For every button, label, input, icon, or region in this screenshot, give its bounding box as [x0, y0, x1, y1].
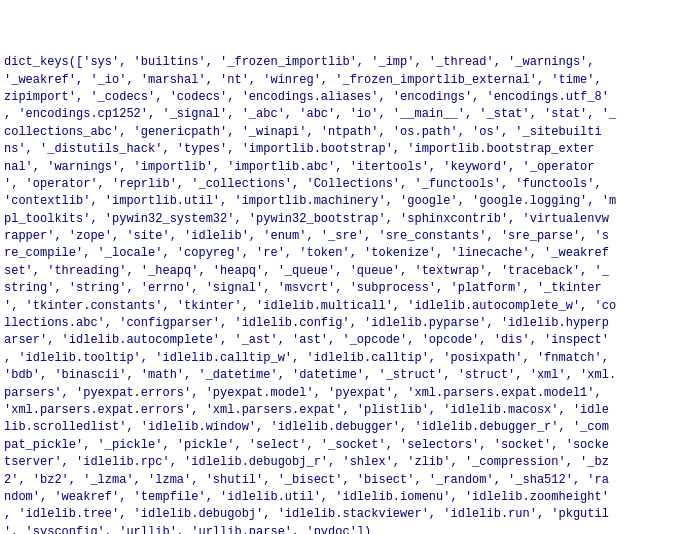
output-line-13: string', 'string', 'errno', 'signal', 'm… [4, 280, 692, 297]
output-line-15: llections.abc', 'configparser', 'idlelib… [4, 315, 692, 332]
output-line-11: re_compile', '_locale', 'copyreg', 're',… [4, 245, 692, 262]
output-line-17: , 'idlelib.tooltip', 'idlelib.calltip_w'… [4, 350, 692, 367]
output-line-20: 'xml.parsers.expat.errors', 'xml.parsers… [4, 402, 692, 419]
output-line-26: , 'idlelib.tree', 'idlelib.debugobj', 'i… [4, 506, 692, 523]
output-line-16: arser', 'idlelib.autocomplete', '_ast', … [4, 332, 692, 349]
output-line-2: zipimport', '_codecs', 'codecs', 'encodi… [4, 89, 692, 106]
output-line-12: set', 'threading', '_heapq', 'heapq', '_… [4, 263, 692, 280]
output-line-27: ', 'sysconfig', 'urllib', 'urllib.parse'… [4, 524, 692, 534]
output-line-9: pl_toolkits', 'pywin32_system32', 'pywin… [4, 211, 692, 228]
output-line-6: nal', 'warnings', 'importlib', 'importli… [4, 159, 692, 176]
output-line-8: 'contextlib', 'importlib.util', 'importl… [4, 193, 692, 210]
output-line-1: '_weakref', '_io', 'marshal', 'nt', 'win… [4, 72, 692, 89]
output-line-19: parsers', 'pyexpat.errors', 'pyexpat.mod… [4, 385, 692, 402]
output-line-3: , 'encodings.cp1252', '_signal', '_abc',… [4, 106, 692, 123]
output-line-24: 2', 'bz2', '_lzma', 'lzma', 'shutil', '_… [4, 472, 692, 489]
output-line-23: tserver', 'idlelib.rpc', 'idlelib.debugo… [4, 454, 692, 471]
output-line-10: rapper', 'zope', 'site', 'idlelib', 'enu… [4, 228, 692, 245]
output-line-5: ns', '_distutils_hack', 'types', 'import… [4, 141, 692, 158]
output-line-21: lib.scrolledlist', 'idlelib.window', 'id… [4, 419, 692, 436]
output-line-25: ndom', 'weakref', 'tempfile', 'idlelib.u… [4, 489, 692, 506]
output-line-7: ', 'operator', 'reprlib', '_collections'… [4, 176, 692, 193]
output-line-14: ', 'tkinter.constants', 'tkinter', 'idle… [4, 298, 692, 315]
terminal-output: dict_keys(['sys', 'builtins', '_frozen_i… [0, 0, 696, 534]
output-line-4: collections_abc', 'genericpath', '_winap… [4, 124, 692, 141]
output-line-22: pat_pickle', '_pickle', 'pickle', 'selec… [4, 437, 692, 454]
output-line-18: 'bdb', 'binascii', 'math', '_datetime', … [4, 367, 692, 384]
output-line-0: dict_keys(['sys', 'builtins', '_frozen_i… [4, 54, 692, 71]
